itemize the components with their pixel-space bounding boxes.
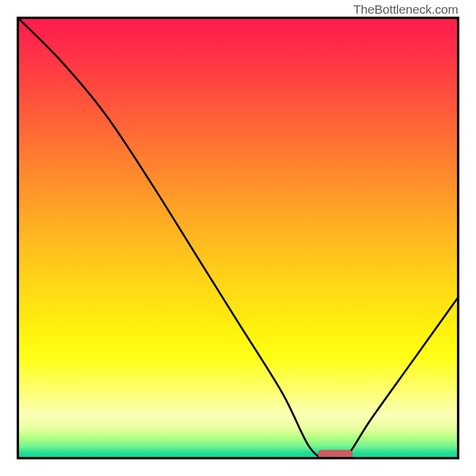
plot-area (17, 17, 459, 459)
bottleneck-chart: TheBottleneck.com (0, 0, 476, 476)
curve-layer (17, 17, 459, 459)
bottleneck-curve-path (17, 17, 459, 459)
watermark-text: TheBottleneck.com (353, 2, 458, 17)
valley-marker (318, 450, 353, 458)
